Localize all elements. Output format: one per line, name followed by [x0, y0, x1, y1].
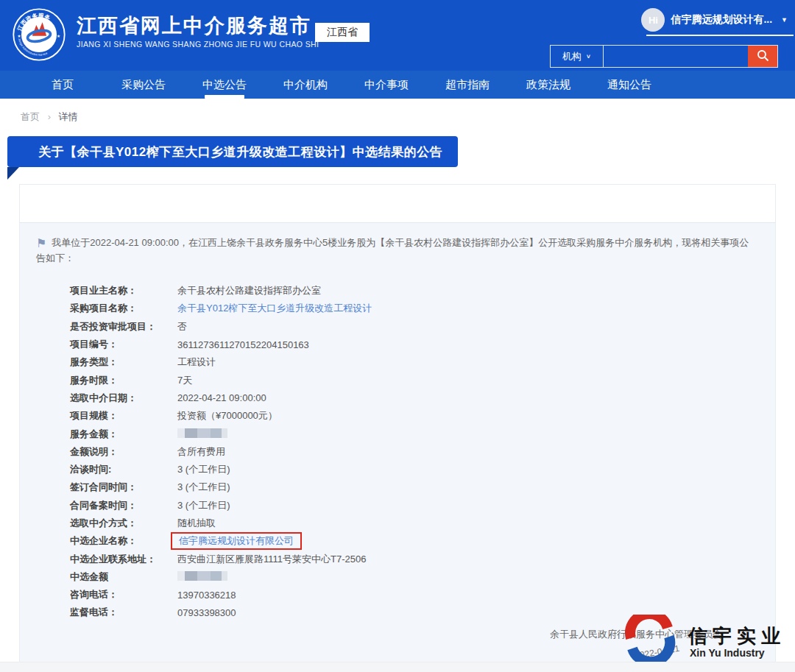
region-badge[interactable]: 江西省	[315, 23, 370, 42]
field-value: 07933398300	[177, 607, 236, 618]
main-nav: 首页采购公告中选公告中介机构中介事项超市指南政策法规通知公告	[0, 71, 795, 99]
field-value: 3 (个工作日)	[177, 481, 230, 494]
field-row: 项目规模：投资额（¥7000000元）	[70, 407, 775, 425]
field-row: 合同备案时间：3 (个工作日)	[70, 497, 775, 514]
company-watermark: 信宇实业 Xin Yu Industry	[601, 618, 795, 668]
svg-text:★: ★	[17, 34, 21, 38]
chevron-down-icon: ∨	[586, 53, 591, 60]
field-label: 中选企业名称：	[70, 534, 177, 548]
field-value: 西安曲江新区雁展路1111号莱安中心T7-2506	[177, 553, 366, 566]
announcement-title-banner: 关于【余干县Y012榨下至大口乡道升级改造工程设计】中选结果的公告	[7, 136, 458, 167]
field-row: 选取中介方式：随机抽取	[70, 514, 775, 532]
site-header: 江西政务服务 Jiangxi Administrative Service ★ …	[0, 0, 795, 71]
svg-text:★: ★	[57, 34, 60, 38]
chevron-down-icon: ▼	[781, 16, 788, 24]
field-label: 采购项目名称：	[70, 302, 177, 315]
field-label: 是否投资审批项目：	[70, 320, 177, 333]
nav-item-market-guide[interactable]: 超市指南	[427, 71, 508, 99]
field-label: 选取中介方式：	[70, 517, 177, 530]
field-value: 7天	[177, 374, 192, 387]
field-row: 服务类型：工程设计	[70, 353, 775, 371]
page: 江西政务服务 Jiangxi Administrative Service ★ …	[0, 0, 795, 672]
announcement-fields: 项目业主名称：余干县农村公路建设指挥部办公室采购项目名称：余干县Y012榨下至大…	[20, 282, 775, 622]
selected-company-link[interactable]: 信宇腾远规划设计有限公司	[179, 535, 294, 546]
nav-item-announcements[interactable]: 通知公告	[589, 71, 670, 99]
field-label: 洽谈时间:	[70, 463, 177, 476]
search-button[interactable]	[748, 46, 777, 67]
site-subtitle: JIANG XI SHENG WANG SHANG ZHONG JIE FU W…	[77, 40, 319, 49]
field-value: 随机抽取	[177, 517, 216, 530]
field-value: 3611273611270152204150163	[177, 339, 309, 350]
banner-fold-decoration	[7, 167, 19, 180]
announcement-intro: ⚑我单位于2022-04-21 09:00:00，在江西上饶余干县政务服务中心5…	[20, 223, 775, 266]
search-input[interactable]	[604, 46, 748, 67]
field-label: 项目业主名称：	[70, 284, 177, 297]
field-row: 金额说明：含所有费用	[70, 443, 775, 461]
nav-item-procurement-notices[interactable]: 采购公告	[103, 71, 184, 99]
field-row: 是否投资审批项目：否	[70, 318, 775, 336]
watermark-name: 信宇实业	[688, 623, 785, 649]
breadcrumb-home[interactable]: 首页	[21, 111, 40, 122]
field-row: 选取中介日期：2022-04-21 09:00:00	[70, 389, 775, 407]
site-title: 江西省网上中介服务超市	[77, 15, 319, 38]
user-underline	[646, 35, 794, 36]
field-value: 投资额（¥7000000元）	[177, 409, 278, 422]
highlight-annotation-box: 信宇腾远规划设计有限公司	[171, 532, 302, 550]
xinyu-logo-icon	[622, 615, 681, 665]
field-label: 项目编号：	[70, 338, 177, 351]
field-value: 余干县农村公路建设指挥部办公室	[177, 284, 321, 297]
nav-item-policies-regulations[interactable]: 政策法规	[508, 71, 589, 99]
flag-icon: ⚑	[36, 237, 46, 250]
avatar: Hi	[641, 8, 665, 32]
field-value: 3 (个工作日)	[177, 499, 230, 512]
field-value: 信宇腾远规划设计有限公司	[177, 532, 302, 550]
nav-item-selection-notices[interactable]: 中选公告	[184, 71, 265, 99]
field-label: 选取中介日期：	[70, 392, 177, 405]
field-label: 中选金额	[70, 570, 177, 584]
field-row: 服务时限：7天	[70, 371, 775, 389]
field-label: 监督电话：	[70, 606, 177, 619]
announcement-intro-text: 我单位于2022-04-21 09:00:00，在江西上饶余干县政务服务中心5楼…	[36, 237, 749, 264]
field-value: 3 (个工作日)	[177, 463, 230, 476]
announcement-panel: ⚑我单位于2022-04-21 09:00:00，在江西上饶余干县政务服务中心5…	[19, 184, 776, 662]
site-title-block: 江西省网上中介服务超市 JIANG XI SHENG WANG SHANG ZH…	[77, 15, 319, 49]
field-label: 咨询电话：	[70, 588, 177, 601]
field-row: 咨询电话：13970336218	[70, 586, 775, 604]
field-label: 服务金额：	[70, 428, 177, 441]
field-row: 采购项目名称：余干县Y012榨下至大口乡道升级改造工程设计	[70, 300, 775, 317]
field-label: 服务类型：	[70, 356, 177, 369]
field-value	[177, 428, 227, 440]
field-row: 项目业主名称：余干县农村公路建设指挥部办公室	[70, 282, 775, 300]
field-value: 13970336218	[177, 590, 236, 601]
breadcrumb-current: 详情	[59, 111, 78, 122]
field-row: 服务金额：	[70, 425, 775, 442]
field-row: 签订合同时间：3 (个工作日)	[70, 478, 775, 496]
watermark-name-en: Xin Yu Industry	[690, 647, 765, 659]
field-row: 中选金额	[70, 568, 775, 586]
field-row: 项目编号：3611273611270152204150163	[70, 336, 775, 353]
field-value	[177, 571, 227, 583]
nav-item-intermediary-matters[interactable]: 中介事项	[346, 71, 427, 99]
field-label: 金额说明：	[70, 445, 177, 459]
nav-item-home[interactable]: 首页	[22, 71, 103, 99]
site-logo-icon: 江西政务服务 Jiangxi Administrative Service ★ …	[12, 7, 66, 62]
search-category-select[interactable]: 机构 ∨	[551, 46, 604, 67]
search-category-label: 机构	[562, 50, 582, 63]
field-value: 工程设计	[177, 356, 216, 369]
user-name: 信宇腾远规划设计有...	[671, 13, 772, 26]
field-label: 合同备案时间：	[70, 499, 177, 512]
field-label: 中选企业联系地址：	[70, 553, 177, 566]
field-value-link[interactable]: 余干县Y012榨下至大口乡道升级改造工程设计	[177, 302, 372, 315]
search-bar: 机构 ∨	[550, 45, 778, 68]
user-menu[interactable]: Hi 信宇腾远规划设计有... ▼	[641, 8, 788, 32]
redacted-value	[177, 571, 227, 581]
field-label: 服务时限：	[70, 374, 177, 387]
breadcrumb: 首页 › 详情	[21, 110, 78, 124]
nav-item-intermediary-agencies[interactable]: 中介机构	[265, 71, 346, 99]
field-label: 项目规模：	[70, 409, 177, 422]
redacted-value	[177, 428, 227, 438]
search-icon	[757, 49, 769, 64]
breadcrumb-separator: ›	[48, 111, 51, 122]
field-label: 签订合同时间：	[70, 481, 177, 494]
field-row: 中选企业联系地址：西安曲江新区雁展路1111号莱安中心T7-2506	[70, 550, 775, 567]
